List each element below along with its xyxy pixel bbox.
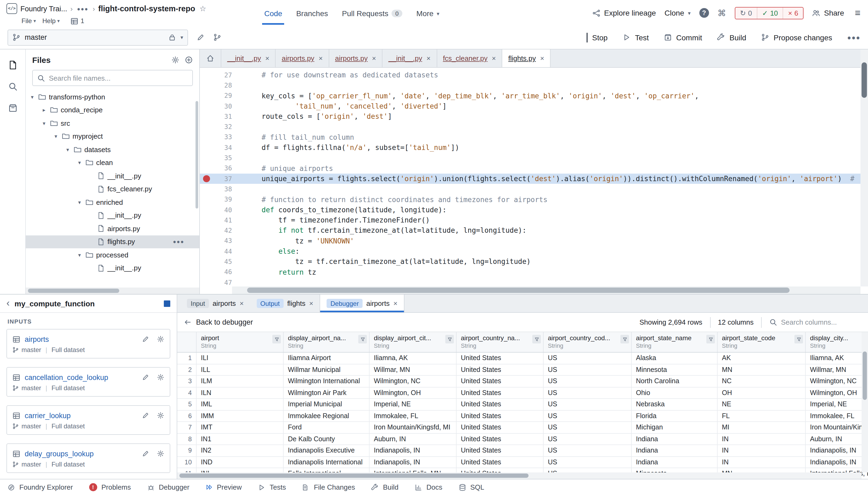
results-tab-input-airports[interactable]: Inputairports× (180, 294, 250, 312)
table-row[interactable]: 8IN1De Kalb CountyAuburn, INUnited State… (177, 433, 868, 445)
table-row[interactable]: 9IN2Indianapolis ExecutiveIndianapolis, … (177, 445, 868, 457)
status-item-docs[interactable]: Docs (415, 483, 442, 491)
table-row[interactable]: 7IMTFordIron Mountain/Kingsfd, MIUnited … (177, 422, 868, 433)
checks-status[interactable]: ↻0 ✓10 ×6 (735, 7, 804, 19)
chevron-down-icon[interactable]: ▾ (65, 147, 71, 153)
close-icon[interactable]: × (426, 54, 430, 62)
scrollbar-thumb[interactable] (179, 474, 529, 478)
gear-icon[interactable] (157, 450, 164, 457)
chevron-down-icon[interactable]: ▾ (76, 160, 83, 166)
column-header-airport-state-code[interactable]: airport_state_codeString (718, 332, 806, 352)
scrollbar-thumb[interactable] (862, 62, 867, 98)
back-icon[interactable]: ‹ (6, 298, 10, 309)
menu-icon[interactable]: ≡ (855, 7, 861, 19)
file-search-input[interactable] (49, 74, 188, 82)
editor-tab-airports-py[interactable]: airports.py× (329, 49, 383, 67)
results-tab-debugger-airports[interactable]: Debuggerairports× (320, 294, 405, 312)
table-row[interactable]: 5IMLImperial MunicipalImperial, NEUnited… (177, 399, 868, 410)
breadcrumb-project[interactable]: Foundry Trai... (20, 4, 67, 13)
tree-item-src[interactable]: ▾src (26, 117, 199, 130)
repo-tab-branches[interactable]: Branches (296, 0, 328, 26)
chevron-down-icon[interactable]: ▾ (76, 200, 83, 205)
dataset-name[interactable]: carrier_lookup (25, 411, 134, 420)
star-icon[interactable]: ☆ (199, 4, 206, 13)
column-header-display-airport-na[interactable]: display_airport_na...String (284, 332, 370, 352)
filter-icon[interactable] (358, 335, 367, 343)
close-icon[interactable]: × (265, 54, 269, 62)
close-icon[interactable]: × (393, 300, 397, 307)
table-row[interactable]: 3ILMWilmington InternationalWilmington, … (177, 376, 868, 387)
column-header-display-airport-cit[interactable]: display_airport_cit...String (370, 332, 457, 352)
back-to-debugger-button[interactable]: Back to debugger (184, 318, 253, 326)
gear-icon[interactable] (157, 374, 164, 381)
files-settings-icon[interactable] (171, 56, 179, 64)
filter-icon[interactable] (706, 335, 715, 343)
close-icon[interactable]: × (372, 54, 376, 62)
editor-vertical-scrollbar[interactable] (861, 49, 868, 287)
table-row[interactable]: 2ILLWillmar MunicipalWillmar, MNUnited S… (177, 364, 868, 376)
help-icon[interactable]: ? (699, 8, 709, 18)
status-item-tests[interactable]: Tests (258, 483, 286, 491)
tree-item-processed[interactable]: ▾processed (26, 248, 199, 261)
editor-tab-flights-py[interactable]: flights.py× (502, 49, 551, 67)
propose-changes-button[interactable]: Propose changes (761, 33, 832, 42)
results-tab-output-flights[interactable]: Outputflights× (250, 294, 320, 312)
input-dataset-cancellation-code-lookup[interactable]: cancellation_code_lookupmaster|Full data… (6, 367, 170, 397)
close-icon[interactable]: × (319, 54, 322, 62)
breadcrumb-ellipsis[interactable]: ●●● (76, 6, 89, 12)
edit-icon[interactable] (142, 412, 149, 419)
filter-icon[interactable] (445, 335, 454, 343)
tree-item-init-py[interactable]: __init__.py (26, 209, 199, 222)
more-options-icon[interactable]: ●●● (847, 34, 861, 41)
column-search-input[interactable] (781, 318, 862, 326)
more-options-icon[interactable]: ●●● (173, 239, 184, 245)
status-item-foundry-explorer[interactable]: Foundry Explorer (7, 483, 73, 491)
input-dataset-delay-groups-lookup[interactable]: delay_groups_lookupmaster|Full dataset (6, 443, 170, 473)
add-file-icon[interactable] (185, 56, 193, 64)
tree-item-airports-py[interactable]: airports.py (26, 222, 199, 235)
editor-tab-airports-py[interactable]: airports.py× (276, 49, 329, 67)
close-icon[interactable]: × (309, 300, 313, 307)
filter-icon[interactable] (272, 335, 281, 343)
tree-item-clean[interactable]: ▾clean (26, 156, 199, 169)
window-count[interactable]: 1 (70, 17, 84, 25)
tree-item-flights-py[interactable]: flights.py●●● (26, 235, 199, 248)
edit-icon[interactable] (142, 335, 149, 343)
file-menu[interactable]: File▾ (21, 17, 36, 25)
tree-horizontal-scrollbar[interactable] (26, 288, 199, 294)
stop-compute-icon[interactable] (164, 300, 170, 307)
status-item-sql[interactable]: SQL (458, 483, 484, 491)
tree-item-datasets[interactable]: ▾datasets (26, 143, 199, 156)
chevron-right-icon[interactable]: ▸ (41, 107, 47, 113)
test-button[interactable]: Test (622, 33, 649, 42)
close-icon[interactable]: × (540, 54, 544, 62)
filter-icon[interactable] (532, 335, 541, 343)
editor-tab-fcs-cleaner-py[interactable]: fcs_cleaner.py× (437, 49, 502, 67)
column-header-airport[interactable]: airportString (197, 332, 284, 352)
breakpoint-dot[interactable] (203, 175, 210, 182)
tree-scrollbar-thumb[interactable] (196, 101, 198, 208)
gear-icon[interactable] (157, 335, 164, 343)
table-row[interactable]: 10INDIndianapolis InternationalIndianapo… (177, 457, 868, 468)
share-button[interactable]: Share (812, 8, 844, 17)
column-header-airport-state-name[interactable]: airport_state_nameString (632, 332, 718, 352)
filter-icon[interactable] (794, 335, 803, 343)
branch-selector[interactable]: master ▾ (7, 29, 188, 46)
edit-icon[interactable] (142, 450, 149, 457)
input-dataset-airports[interactable]: airportsmaster|Full dataset (6, 329, 170, 358)
repo-tab-more[interactable]: More▾ (416, 0, 439, 26)
table-row[interactable]: 1ILIIliamna AirportIliamna, AKUnited Sta… (177, 353, 868, 364)
tree-item-init-py[interactable]: __init__.py (26, 169, 199, 183)
chevron-down-icon[interactable]: ▾ (29, 94, 35, 100)
files-rail-icon[interactable] (8, 60, 17, 70)
status-item-file-changes[interactable]: File Changes (302, 483, 355, 491)
home-tab[interactable] (200, 49, 221, 67)
chevron-down-icon[interactable]: ▾ (76, 252, 83, 258)
tree-item-enriched[interactable]: ▾enriched (26, 195, 199, 209)
help-menu[interactable]: Help▾ (42, 17, 59, 25)
command-palette-icon[interactable]: ⌘ (718, 8, 726, 18)
dataset-name[interactable]: airports (25, 335, 134, 343)
explore-lineage-button[interactable]: Explore lineage (592, 8, 656, 17)
commit-button[interactable]: Commit (664, 33, 702, 42)
dataset-name[interactable]: cancellation_code_lookup (25, 373, 134, 381)
